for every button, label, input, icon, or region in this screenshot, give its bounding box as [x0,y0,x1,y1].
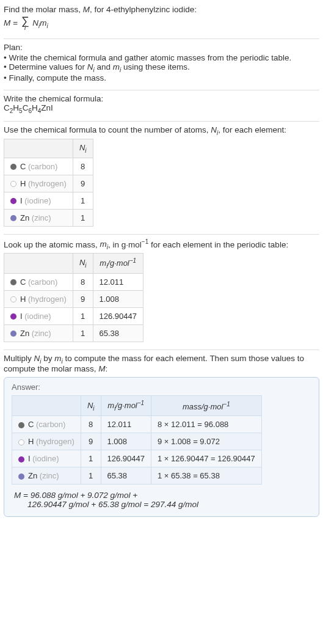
divider [4,349,319,350]
plan-section: Plan: • Write the chemical formula and g… [4,40,319,89]
cell-mi: 126.90447 [93,307,143,324]
cell-mi: 12.011 [101,416,151,433]
element-name: (zinc) [40,471,59,480]
equals: = [10,18,20,27]
table-row: Zn (zinc)165.38 [4,324,143,342]
element-symbol: Zn [20,213,32,222]
element-name: (iodine) [24,196,51,205]
divider [4,38,319,39]
empty-header [4,253,73,273]
element-cell: H (hydrogen) [4,175,73,192]
cell-Ni: 9 [73,175,93,192]
final-line2: 126.90447 g/mol + 65.38 g/mol = 297.44 g… [14,500,283,509]
element-dot-icon [18,422,24,428]
col-mass: mass/g·mol−1 [151,396,261,416]
multiply-section: Multiply Ni by mi to compute the mass fo… [4,351,319,524]
intro-formula: M = ∑ i Nimi [4,15,319,31]
intro-text-pre: Find the molar mass, [4,5,83,14]
cell-mass: 1 × 126.90447 = 126.90447 [151,450,261,467]
divider [4,234,319,235]
element-cell: Zn (zinc) [4,209,73,226]
cell-Ni: 1 [73,307,93,324]
count-rows: C (carbon)8H (hydrogen)9I (iodine)1Zn (z… [4,158,93,226]
element-symbol: H [28,437,36,446]
col-Ni: Ni [73,139,93,158]
element-cell: Zn (zinc) [4,324,73,342]
divider [4,121,319,122]
plan-item: • Write the chemical formula and gather … [4,53,319,62]
var-mi: mi [40,18,48,27]
final-line1: M = 96.088 g/mol + 9.072 g/mol + [14,491,137,500]
cell-mi: 1.008 [101,433,151,450]
mass-title: Look up the atomic mass, mi, in g·mol−1 … [4,238,319,251]
table-row: C (carbon)8 [4,158,93,175]
col-mi: mi/g·mol−1 [93,253,143,273]
element-cell: C (carbon) [4,158,73,175]
plan-item: • Finally, compute the mass. [4,73,319,82]
formula-section: Write the chemical formula: C2H5C6H4ZnI [4,92,319,120]
empty-header [12,396,81,416]
cell-Ni: 1 [73,209,93,226]
cell-Ni: 1 [73,324,93,342]
cell-mi: 12.011 [93,273,143,290]
plan-title: Plan: [4,43,319,52]
answer-table: Ni mi/g·mol−1 mass/g·mol−1 C (carbon)812… [12,395,262,485]
cell-mass: 9 × 1.008 = 9.072 [151,433,261,450]
col-Ni: Ni [81,396,101,416]
cell-mi: 126.90447 [101,450,151,467]
cell-Ni: 1 [81,467,101,485]
element-dot-icon [10,279,16,285]
answer-title: Answer: [12,382,311,392]
table-row: C (carbon)812.0118 × 12.011 = 96.088 [12,416,262,433]
element-dot-icon [10,313,16,320]
col-mi: mi/g·mol−1 [101,396,151,416]
mass-table: Ni mi/g·mol−1 C (carbon)812.011H (hydrog… [4,253,143,342]
cell-mass: 8 × 12.011 = 96.088 [151,416,261,433]
table-row: H (hydrogen)91.008 [4,290,143,307]
var-M: M [4,18,10,27]
element-symbol: H [20,295,28,304]
element-cell: I (iodine) [4,307,73,324]
element-symbol: C [20,277,28,287]
chemical-formula: C2H5C6H4ZnI [4,103,319,114]
element-name: (carbon) [28,277,57,287]
element-cell: C (carbon) [4,273,73,290]
element-name: (hydrogen) [28,179,67,188]
element-name: (hydrogen) [28,295,67,304]
cell-mass: 1 × 65.38 = 65.38 [151,467,261,485]
element-dot-icon [10,198,16,204]
plan-bullets: • Write the chemical formula and gather … [4,53,319,82]
element-dot-icon [10,215,16,221]
table-row: C (carbon)812.011 [4,273,143,290]
cell-Ni: 8 [73,273,93,290]
var-M: M [83,5,90,14]
intro-section: Find the molar mass, M, for 4-ethylpheny… [4,2,319,37]
element-cell: C (carbon) [12,416,81,433]
empty-header [4,139,73,158]
count-section: Use the chemical formula to count the nu… [4,123,319,232]
cell-Ni: 9 [73,290,93,307]
table-header-row: Ni mi/g·mol−1 mass/g·mol−1 [12,396,262,416]
col-Ni: Ni [73,253,93,273]
cell-Ni: 1 [73,192,93,209]
element-cell: I (iodine) [12,450,81,467]
element-name: (hydrogen) [36,437,74,446]
element-cell: Zn (zinc) [12,467,81,485]
table-row: I (iodine)1 [4,192,93,209]
element-name: (carbon) [36,420,65,429]
element-dot-icon [18,456,24,463]
multiply-text: Multiply Ni by mi to compute the mass fo… [4,354,319,374]
table-header-row: Ni mi/g·mol−1 [4,253,143,273]
cell-mi: 65.38 [101,467,151,485]
element-cell: H (hydrogen) [4,290,73,307]
divider [4,90,319,90]
element-name: (zinc) [32,329,51,338]
table-row: Zn (zinc)165.381 × 65.38 = 65.38 [12,467,262,485]
cell-mi: 1.008 [93,290,143,307]
cell-Ni: 8 [73,158,93,175]
intro-line1: Find the molar mass, M, for 4-ethylpheny… [4,5,319,14]
plan-item: • Determine values for Ni and mi using t… [4,62,319,73]
answer-rows: C (carbon)812.0118 × 12.011 = 96.088H (h… [12,416,262,485]
element-name: (zinc) [32,213,51,222]
cell-Ni: 1 [81,450,101,467]
